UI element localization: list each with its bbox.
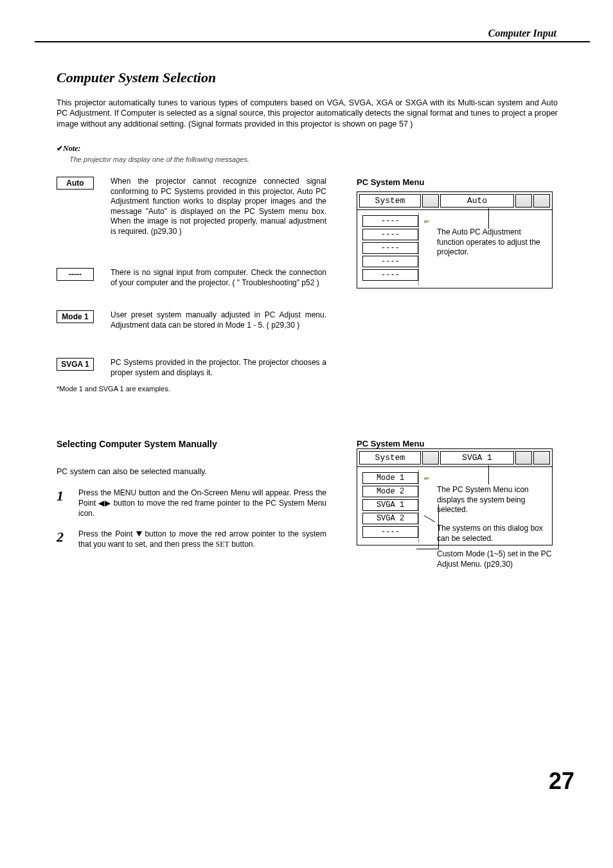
leader-b1 [488,465,489,484]
menu-a-item-0[interactable]: ---- ⇐ [362,215,418,227]
text-auto: When the projector cannot recognize conn… [111,177,326,237]
menu-a-title: PC System Menu [357,177,424,187]
row-svga1: SVGA 1 PC Systems provided in the projec… [57,358,558,378]
menu-b-icon-1 [422,451,439,465]
header-rule [35,41,590,42]
set-label: SET [215,540,229,549]
step-1: 1 Press the MENU button and the On-Scree… [57,488,346,519]
menu-b-title: PC System Menu [357,439,424,448]
row-mode1: Mode 1 User preset system manually adjus… [57,310,558,330]
section-title: Computer System Selection [57,69,216,86]
step-2: 2 Press the Point button to move the red… [57,529,346,549]
menu-a-list: ---- ⇐ ---- ---- ---- ---- [360,213,419,285]
annot-b2: The systems on this dialog box can be se… [437,524,550,544]
text-svga1: PC Systems provided in the projector. Th… [111,358,326,378]
check-icon: ✔ [57,144,63,153]
note-label: Note: [63,144,80,153]
label-mode1: Mode 1 [57,310,94,323]
label-dash: ----- [57,268,94,281]
step-2-number: 2 [57,529,75,545]
down-arrow-icon [136,531,142,537]
note-text: The projector may display one of the fol… [69,155,249,163]
annot-a1: The Auto PC Adjustment function operates… [437,227,550,258]
label-svga1: SVGA 1 [57,358,94,371]
annot-b3: Custom Mode (1~5) set in the PC Adjust M… [437,549,559,569]
step2-c: button. [229,540,255,549]
step-1-number: 1 [57,488,75,504]
menu-b-header: System SVGA 1 [357,449,552,467]
sub-intro: PC system can also be selected manually. [57,467,207,476]
menu-a-item-3[interactable]: ---- [362,256,418,267]
menu-b-value: SVGA 1 [440,451,514,465]
pointer-arrow-icon: ⇐ [424,216,429,227]
svg-marker-0 [136,531,142,536]
menu-b-item-2[interactable]: SVGA 1 [362,499,418,511]
menu-a-icon-1 [422,194,439,208]
text-dash: There is no signal input from computer. … [111,268,326,288]
intro-paragraph: This projector automatically tunes to va… [57,98,558,129]
step-1-text: Press the MENU button and the On-Screen … [78,488,326,519]
menu-b-item-1[interactable]: Mode 2 [362,486,418,497]
menu-a-value: Auto [440,194,514,208]
label-auto: Auto [57,177,94,190]
note-block: ✔Note: [57,144,80,154]
menu-b-icon-2 [515,451,532,465]
menu-a-icon-2 [515,194,532,208]
menu-b-item-3[interactable]: SVGA 2 [362,513,418,524]
menu-b-item-4[interactable]: ---- [362,526,418,538]
menu-a-header: System Auto [357,192,552,210]
page-number: 27 [549,768,574,795]
menu-b-system-label: System [359,451,421,465]
menu-b-icon-3 [533,451,550,465]
leader-a1 [488,208,489,229]
pointer-arrow-icon: ⇐ [424,473,429,484]
step2-a: Press the Point [78,529,136,538]
menu-a-icon-3 [533,194,550,208]
text-mode1: User preset system manually adjusted in … [111,310,326,330]
header-section: Computer Input [488,28,556,39]
menu-a-system-label: System [359,194,421,208]
menu-a-item-4[interactable]: ---- [362,269,418,281]
annot-b1: The PC System Menu icon displays the sys… [437,485,550,515]
menu-a-item-1[interactable]: ---- [362,229,418,240]
menu-a-item-2[interactable]: ---- [362,242,418,254]
menu-b-item-0[interactable]: Mode 1 ⇐ [362,472,418,484]
menu-b-list: Mode 1 ⇐ Mode 2 SVGA 1 SVGA 2 ---- [360,470,419,542]
footnote: *Mode 1 and SVGA 1 are examples. [57,385,170,393]
leader-b3 [416,504,439,549]
sub-title: Selecting Computer System Manually [57,439,217,449]
step-2-text: Press the Point button to move the red a… [78,529,326,549]
